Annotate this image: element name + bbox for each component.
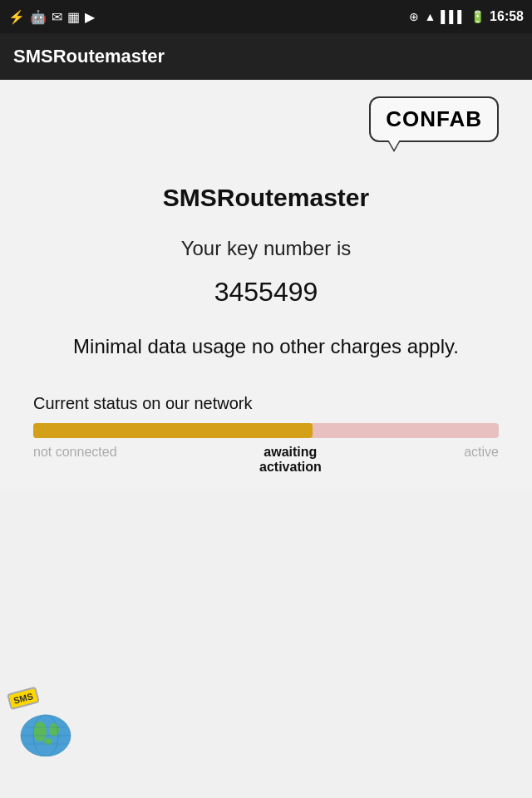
status-awaiting-activation: awaitingactivation xyxy=(259,445,322,475)
play-icon: ▶ xyxy=(85,9,95,25)
key-number-label: Your key number is xyxy=(181,237,352,260)
app-main-title: SMSRoutemaster xyxy=(163,184,369,212)
status-bar: ⚡ 🤖 ✉ ▦ ▶ ⊕ ▲ ▌▌▌ 🔋 16:58 xyxy=(0,0,532,33)
info-text: Minimal data usage no other charges appl… xyxy=(73,332,459,361)
status-section-label: Current status on our network xyxy=(33,394,499,413)
gmail-icon: ✉ xyxy=(52,9,62,25)
title-bar: SMSRoutemaster xyxy=(0,33,532,80)
status-labels: not connected awaitingactivation active xyxy=(33,445,499,475)
sms-globe-icon: SMS xyxy=(8,690,75,756)
time-display: 16:58 xyxy=(490,9,524,24)
progress-bar-fill xyxy=(33,423,313,438)
android-icon: 🤖 xyxy=(30,9,47,25)
status-section: Current status on our network not connec… xyxy=(25,394,507,475)
main-content: CONFAB SMSRoutemaster Your key number is… xyxy=(0,80,532,491)
status-icons-right: ⊕ ▲ ▌▌▌ 🔋 16:58 xyxy=(409,9,524,24)
progress-bar-container xyxy=(33,423,499,438)
confab-bubble: CONFAB xyxy=(369,96,499,142)
nfc-icon: ⊕ xyxy=(409,10,419,23)
signal-icon: ▌▌▌ xyxy=(441,10,466,23)
status-not-connected: not connected xyxy=(33,445,117,475)
confab-label: CONFAB xyxy=(369,96,499,142)
status-icons-left: ⚡ 🤖 ✉ ▦ ▶ xyxy=(8,9,95,25)
wifi-icon: ▲ xyxy=(424,10,436,23)
key-number-value: 3455499 xyxy=(214,277,318,308)
app-title-bar: SMSRoutemaster xyxy=(13,46,165,67)
sim-icon: ▦ xyxy=(67,9,80,25)
status-active: active xyxy=(464,445,499,475)
usb-icon: ⚡ xyxy=(8,9,25,25)
battery-icon: 🔋 xyxy=(470,10,485,23)
